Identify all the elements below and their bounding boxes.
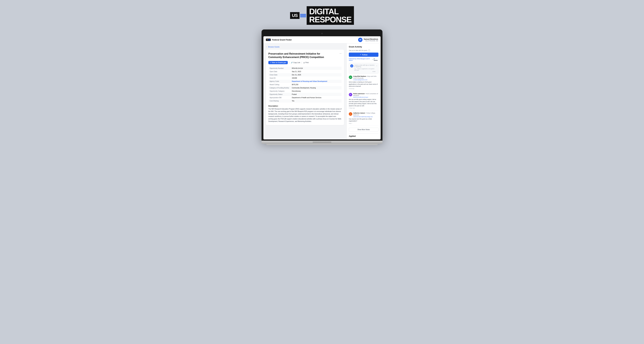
app-logo-icon: US bbox=[266, 39, 271, 41]
detail-label: Category of Funding Activity: bbox=[268, 86, 290, 90]
follow-check-icon: ✓ bbox=[360, 54, 361, 56]
followed-by-link[interactable]: Followed by Alfred Bergson and 9 others bbox=[349, 58, 372, 61]
laptop-foot bbox=[266, 144, 378, 145]
detail-label: Award Ceiling: bbox=[268, 83, 290, 86]
note-input-area[interactable]: SB Leave a note with tips or barriers to… bbox=[349, 63, 378, 74]
comment-text: We can provide grant writing support. We… bbox=[349, 99, 378, 107]
logo-stripes bbox=[300, 14, 307, 17]
laptop-screen-frame: US Federal Grant Finder SB Samuel Bendri… bbox=[262, 30, 382, 141]
table-row: Opportunity Category:Discretionary bbox=[268, 90, 342, 93]
comment-email: blawrenson@hudcomd.gov bbox=[353, 97, 378, 98]
app-logo-stripe-3 bbox=[268, 40, 270, 41]
table-row: Opportunity Number:RFA-NS-24-014 bbox=[268, 67, 342, 70]
detail-label: Cost Sharing: bbox=[268, 99, 290, 103]
logo-stripe-2 bbox=[300, 15, 306, 16]
applied-title: Applied bbox=[349, 135, 378, 137]
detail-value: Community Development, Housing bbox=[290, 86, 342, 90]
detail-label: Grant ID: bbox=[268, 77, 290, 80]
comment-avatar: PL bbox=[349, 93, 352, 96]
table-row: Grant ID:346398 bbox=[268, 77, 342, 80]
comment-item: CR Craig Rhiel Madsen • Boys and Girls C… bbox=[349, 76, 378, 91]
app-logo: US Federal Grant Finder bbox=[266, 39, 292, 41]
activity-panel-title: Grant Activity bbox=[349, 46, 378, 48]
logo-us-text: US bbox=[292, 13, 298, 18]
comment-text: Has anyone won this grant as a tribal or… bbox=[349, 118, 378, 122]
comment-header: PL Paula Lawrenson • HUD Consortium of M… bbox=[349, 93, 378, 98]
follow-subtitle-text: Stay up to date with this grant. bbox=[349, 50, 368, 51]
detail-value: Sep 21, 2023 bbox=[290, 70, 342, 73]
link-icon: 🔗 bbox=[291, 62, 293, 64]
comment-time: Yesterday bbox=[349, 88, 378, 89]
comment-email: cmadsen@bgclubmv.com bbox=[353, 79, 378, 81]
detail-value: Yes bbox=[290, 99, 342, 103]
comment-time: 5 days ago bbox=[349, 107, 378, 109]
follow-button[interactable]: ✓ Follow bbox=[349, 53, 378, 57]
grant-title: Preservation and Reinvestment Initiative… bbox=[268, 52, 334, 59]
print-button[interactable]: 🖨 Print bbox=[303, 62, 309, 64]
comment-email: catherinecalzoni@trinitycollege.edu bbox=[353, 116, 378, 117]
table-row: Open Date:Sep 21, 2023 bbox=[268, 70, 342, 73]
user-avatar: SB bbox=[358, 38, 362, 42]
table-row: Award Ceiling:$470,250 bbox=[268, 83, 342, 86]
comment-author: Catherine Calzoni • Trinity College, Bal… bbox=[353, 112, 378, 116]
laptop-notch bbox=[313, 142, 331, 144]
laptop-camera-bar bbox=[264, 32, 380, 35]
show-more-notes-button[interactable]: Show More Notes bbox=[349, 128, 378, 132]
note-send-button[interactable]: › bbox=[376, 65, 377, 67]
breadcrumb-link[interactable]: Browse Grants bbox=[268, 46, 280, 48]
description-title: Description: bbox=[268, 105, 342, 107]
detail-value: Department of Health and Human Services bbox=[290, 96, 342, 99]
detail-value: Discretionary bbox=[290, 90, 342, 93]
print-icon: 🖨 bbox=[303, 62, 305, 64]
right-panel: Grant Activity Stay up to date with this… bbox=[346, 44, 380, 139]
detail-label: Opportunity Category: bbox=[268, 90, 290, 93]
note-example: e.g., 'need co-applicants, we applied la… bbox=[354, 68, 376, 71]
note-char-count: 0/300 bbox=[354, 71, 376, 72]
comment-author: Paula Lawrenson • HUD Consortium of Mary… bbox=[353, 93, 378, 97]
logo-stripe-3 bbox=[300, 17, 306, 17]
logo-stripe-1 bbox=[300, 14, 306, 15]
comments-container: CR Craig Rhiel Madsen • Boys and Girls C… bbox=[349, 76, 378, 126]
more-options-icon[interactable]: ··· bbox=[340, 52, 342, 55]
table-row: Agency Code:Department of Housing and Ur… bbox=[268, 80, 342, 83]
view-grants-gov-button[interactable]: ↗ View on Grants.gov bbox=[268, 61, 288, 64]
copy-link-button[interactable]: 🔗 Copy Link bbox=[291, 62, 300, 64]
external-link-icon: ↗ bbox=[270, 62, 271, 64]
laptop-screen: US Federal Grant Finder SB Samuel Bendri… bbox=[264, 36, 380, 139]
app-title: Federal Grant Finder bbox=[272, 39, 292, 41]
detail-label: Appropriation Bill: bbox=[268, 96, 290, 99]
comment-meta: Catherine Calzoni • Trinity College, Bal… bbox=[353, 112, 378, 117]
note-input-col: Leave a note with tips or barriers to ap… bbox=[354, 64, 376, 72]
table-row: Cost Sharing:Yes bbox=[268, 99, 342, 103]
comment-header: CR Craig Rhiel Madsen • Boys and Girls C… bbox=[349, 76, 378, 81]
user-name: Samuel Bendriem bbox=[364, 38, 378, 40]
detail-label: Agency Code: bbox=[268, 80, 290, 83]
logo-digital-text: DIGITAL bbox=[309, 8, 352, 16]
action-divider-2: | bbox=[302, 61, 302, 64]
comment-header: CC Catherine Calzoni • Trinity College, … bbox=[349, 112, 378, 117]
app-logo-stripe-1 bbox=[268, 39, 270, 40]
breadcrumb: ← Browse Grants bbox=[266, 46, 344, 48]
app-logo-stripes bbox=[268, 39, 270, 41]
comment-avatar: CR bbox=[349, 76, 352, 79]
app-header: US Federal Grant Finder SB Samuel Bendri… bbox=[264, 36, 380, 44]
view-grants-gov-label: View on Grants.gov bbox=[272, 62, 286, 64]
note-avatar: SB bbox=[350, 64, 353, 68]
comment-meta: Craig Rhiel Madsen • Boys and Girls Club… bbox=[353, 76, 378, 81]
comment-meta: Paula Lawrenson • HUD Consortium of Mary… bbox=[353, 93, 378, 98]
breadcrumb-arrow-icon: ← bbox=[266, 46, 268, 48]
user-profile[interactable]: SB Samuel Bendriem City of Rockville, MD bbox=[358, 38, 378, 42]
grant-actions: ↗ View on Grants.gov | 🔗 Copy Link | 🖨 bbox=[268, 61, 342, 64]
detail-value: $470,250 bbox=[290, 83, 342, 86]
detail-value: Posted bbox=[290, 93, 342, 96]
detail-label: Opportunity Status: bbox=[268, 93, 290, 96]
comment-author: Craig Rhiel Madsen • Boys and Girls Club… bbox=[353, 76, 378, 79]
logo-response-text: RESPONSE bbox=[309, 16, 352, 24]
detail-value: Department of Housing and Urban Developm… bbox=[290, 80, 342, 83]
table-row: Appropriation Bill:Department of Health … bbox=[268, 96, 342, 99]
detail-value: 346398 bbox=[290, 77, 342, 80]
detail-label: Close Date: bbox=[268, 73, 290, 77]
app-body: ← Browse Grants Preservation and Reinves… bbox=[264, 44, 380, 139]
info-icon: i bbox=[368, 50, 370, 51]
laptop-frame: US Federal Grant Finder SB Samuel Bendri… bbox=[262, 30, 382, 145]
